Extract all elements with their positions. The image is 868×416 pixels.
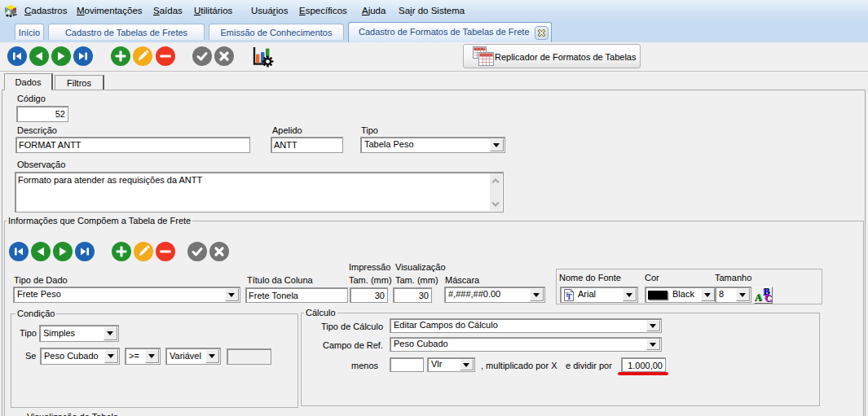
svg-text:T: T xyxy=(566,292,572,301)
